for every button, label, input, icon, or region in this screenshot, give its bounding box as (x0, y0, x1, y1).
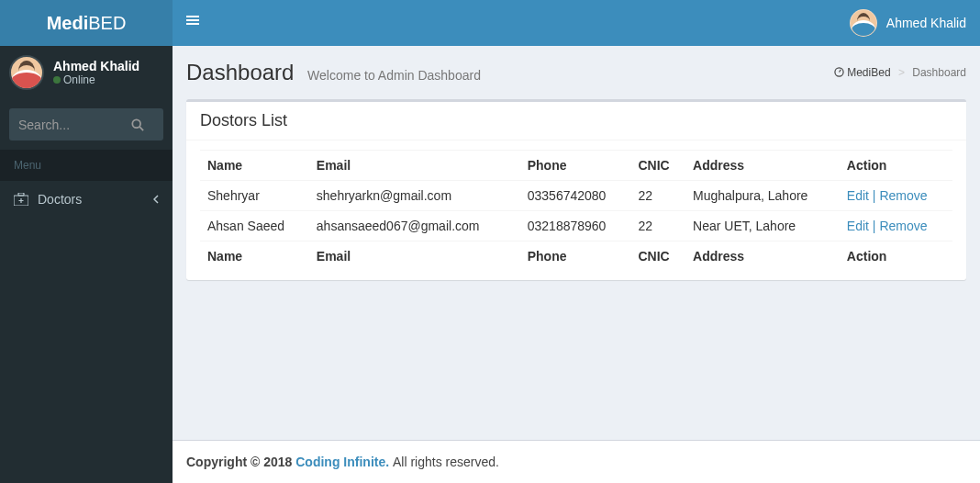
svg-line-1 (139, 127, 143, 130)
user-avatar-icon (850, 9, 877, 37)
page-title: Dashboard Welcome to Admin Dashboard (186, 60, 481, 85)
cell-action: Edit | Remove (840, 211, 952, 242)
bars-icon (186, 14, 199, 27)
tf-cnic: CNIC (630, 242, 685, 272)
box-title: Dostors List (186, 102, 966, 140)
cell-phone: 03218878960 (520, 211, 631, 242)
medkit-icon (14, 193, 30, 206)
table-row: Ahsan Saeedahsansaeed067@gmail.com032188… (200, 211, 952, 242)
sidebar-toggle[interactable] (173, 0, 213, 40)
doctors-box: Dostors List Name Email Phone CNIC Addre… (186, 99, 966, 280)
cell-cnic: 22 (630, 181, 685, 211)
search-button[interactable] (131, 108, 163, 140)
th-email: Email (309, 151, 520, 181)
edit-link[interactable]: Edit (847, 219, 869, 233)
tf-action: Action (840, 242, 952, 272)
status-dot-icon (53, 76, 61, 84)
th-name: Name (200, 151, 309, 181)
footer-suffix: All rights reserved. (393, 455, 499, 469)
dashboard-icon (834, 67, 844, 77)
cell-name: Shehryar (200, 181, 309, 211)
sidebar-user-name: Ahmed Khalid (53, 59, 139, 73)
table-footer-row: Name Email Phone CNIC Address Action (200, 242, 952, 272)
sidebar-user-panel: Ahmed Khalid Online (0, 46, 173, 99)
cell-email: shehryarkn@gmail.com (309, 181, 520, 211)
tf-address: Address (685, 242, 840, 272)
th-cnic: CNIC (630, 151, 685, 181)
breadcrumb-home[interactable]: MediBed (847, 66, 890, 79)
brand-part1: Medi (47, 13, 89, 33)
cell-email: ahsansaeed067@gmail.com (309, 211, 520, 242)
sidebar-item-label: Doctors (38, 192, 82, 207)
footer: Copyright © 2018 Coding Infinite. All ri… (173, 440, 980, 483)
th-phone: Phone (520, 151, 631, 181)
cell-name: Ahsan Saeed (200, 211, 309, 242)
edit-link[interactable]: Edit (847, 188, 869, 203)
search-icon (131, 118, 163, 131)
user-avatar-icon (9, 55, 44, 90)
cell-action: Edit | Remove (840, 181, 952, 211)
cell-cnic: 22 (630, 211, 685, 242)
breadcrumb-separator: > (894, 66, 909, 79)
sidebar-item-doctors[interactable]: Doctors (0, 181, 173, 218)
breadcrumb-current: Dashboard (912, 66, 966, 79)
svg-rect-3 (18, 193, 24, 196)
tf-phone: Phone (520, 242, 631, 272)
th-action: Action (840, 151, 952, 181)
tf-name: Name (200, 242, 309, 272)
brand-part2: BED (88, 13, 126, 33)
page-subtitle: Welcome to Admin Dashboard (307, 68, 481, 83)
brand-logo[interactable]: MediBED (0, 0, 173, 46)
breadcrumb: MediBed > Dashboard (834, 66, 966, 79)
doctors-table: Name Email Phone CNIC Address Action She… (200, 150, 952, 271)
menu-header: Menu (0, 150, 173, 181)
footer-link[interactable]: Coding Infinite. (295, 455, 389, 469)
cell-address: Near UET, Lahore (685, 211, 840, 242)
header-user-name: Ahmed Khalid (886, 16, 966, 30)
table-row: Shehryarshehryarkn@gmail.com033567420802… (200, 181, 952, 211)
action-separator: | (869, 188, 879, 203)
remove-link[interactable]: Remove (879, 188, 927, 203)
th-address: Address (685, 151, 840, 181)
table-header-row: Name Email Phone CNIC Address Action (200, 151, 952, 181)
remove-link[interactable]: Remove (879, 219, 927, 233)
footer-copyright: Copyright © 2018 (186, 455, 295, 469)
user-status[interactable]: Online (53, 73, 139, 86)
cell-phone: 03356742080 (520, 181, 631, 211)
user-menu[interactable]: Ahmed Khalid (836, 0, 980, 46)
action-separator: | (869, 219, 879, 233)
chevron-left-icon (153, 195, 159, 204)
cell-address: Mughalpura, Lahore (685, 181, 840, 211)
svg-point-0 (132, 119, 140, 128)
tf-email: Email (309, 242, 520, 272)
